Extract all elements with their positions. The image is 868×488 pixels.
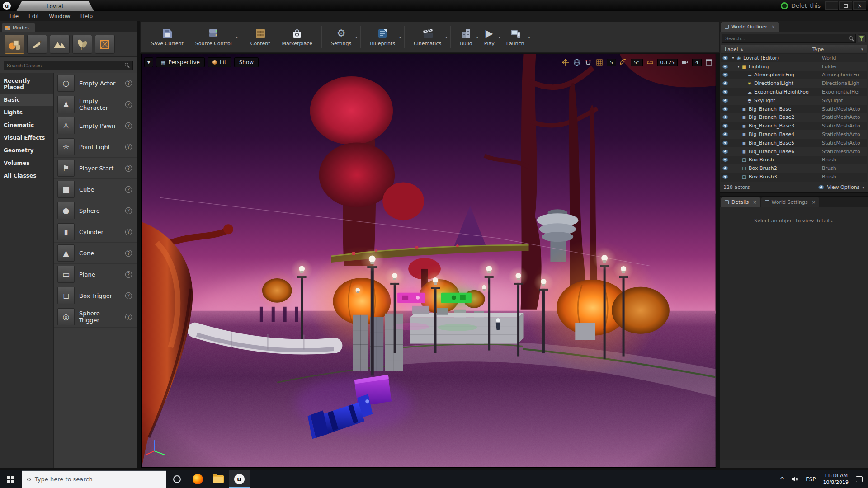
visibility-eye-icon[interactable]: [722, 73, 728, 77]
help-icon[interactable]: ?: [125, 80, 132, 87]
menu-window[interactable]: Window: [44, 12, 75, 21]
rotation-snap-icon[interactable]: [619, 58, 627, 66]
visibility-eye-icon[interactable]: [722, 115, 728, 119]
outliner-row[interactable]: ◼ Big_Branch_Base6 StaticMeshActo: [721, 147, 867, 156]
outliner-row[interactable]: ▾ ■ Lighting Folder: [721, 62, 867, 71]
outliner-row[interactable]: ◼ Big_Branch_Base4 StaticMeshActo: [721, 130, 867, 139]
visibility-eye-icon[interactable]: [722, 107, 728, 111]
visibility-eye-icon[interactable]: [722, 90, 728, 94]
close-button[interactable]: ×: [853, 1, 866, 10]
search-classes-input[interactable]: [4, 61, 133, 70]
grid-snap-icon[interactable]: [595, 58, 604, 66]
visibility-eye-icon[interactable]: [722, 150, 728, 154]
visibility-eye-icon[interactable]: [722, 65, 728, 69]
outliner-row[interactable]: ▾ ◉ Lovrat (Editor) World: [721, 54, 867, 62]
tray-chevron-icon[interactable]: ^: [776, 470, 788, 488]
scale-snap-icon[interactable]: [646, 58, 654, 66]
help-icon[interactable]: ?: [125, 207, 132, 214]
help-icon[interactable]: ?: [125, 165, 132, 172]
start-button[interactable]: [0, 470, 22, 488]
category-item[interactable]: Basic: [0, 94, 53, 106]
save-current-button[interactable]: Save Current: [145, 24, 189, 50]
viewport[interactable]: ▾ ▦ Perspective Lit Show 5: [141, 54, 716, 468]
placeable-item[interactable]: ◻ Box Trigger ?: [54, 285, 137, 306]
camera-speed-value[interactable]: 4: [692, 59, 702, 66]
placeable-item[interactable]: ♟ Empty Character ?: [54, 94, 137, 115]
chevron-down-icon[interactable]: ▾: [445, 35, 447, 39]
category-item[interactable]: Volumes: [0, 157, 53, 169]
category-item[interactable]: Recently Placed: [0, 75, 53, 94]
placeable-item[interactable]: ▭ Plane ?: [54, 264, 137, 285]
chevron-down-icon[interactable]: ▾: [399, 35, 401, 39]
outliner-row[interactable]: ☀ DirectionalLight DirectionalLigh: [721, 79, 867, 88]
transform-gizmo-icon[interactable]: [561, 58, 570, 66]
outliner-row[interactable]: □ Box Brush3 Brush: [721, 173, 867, 181]
outliner-row[interactable]: ☁ AtmosphericFog AtmosphericFo: [721, 71, 867, 80]
help-icon[interactable]: ?: [125, 122, 132, 129]
unreal-editor-task-button[interactable]: u: [229, 470, 250, 488]
outliner-row[interactable]: ◓ SkyLight SkyLight: [721, 96, 867, 105]
visibility-eye-icon[interactable]: [722, 56, 728, 60]
project-tab[interactable]: Lovrat: [16, 1, 94, 11]
view-options-button[interactable]: View Options ▾: [818, 184, 864, 190]
minimize-button[interactable]: —: [825, 1, 838, 10]
chevron-down-icon[interactable]: ▾: [236, 35, 238, 39]
outliner-row[interactable]: ☁ ExponentialHeightFog ExponentialHei: [721, 88, 867, 96]
placeable-item[interactable]: ■ Cube ?: [54, 179, 137, 200]
rotation-snap-value[interactable]: 5°: [631, 59, 643, 66]
filter-icon[interactable]: [858, 34, 866, 42]
help-icon[interactable]: ?: [125, 292, 132, 299]
outliner-row[interactable]: ◼ Big_Branch_Base3 StaticMeshActo: [721, 122, 867, 130]
visibility-eye-icon[interactable]: [722, 141, 728, 145]
placeable-item[interactable]: ⚑ Player Start ?: [54, 158, 137, 179]
outliner-row[interactable]: ◼ Big_Branch_Base2 StaticMeshActo: [721, 113, 867, 122]
viewport-options-button[interactable]: ▾: [144, 57, 153, 67]
placeable-item[interactable]: ○ Empty Actor ?: [54, 73, 137, 94]
world-settings-tab[interactable]: World Settings ×: [761, 197, 820, 207]
category-item[interactable]: All Classes: [0, 169, 53, 182]
settings-button[interactable]: ⚙ Settings ▾: [325, 24, 357, 50]
build-button[interactable]: Build ▾: [454, 24, 478, 50]
launch-button[interactable]: Launch ▾: [500, 24, 530, 50]
close-tab-icon[interactable]: ×: [753, 200, 756, 205]
help-icon[interactable]: ?: [125, 314, 132, 320]
place-mode-button[interactable]: [5, 35, 24, 54]
paint-mode-button[interactable]: [27, 35, 47, 54]
menu-help[interactable]: Help: [75, 12, 98, 21]
column-menu-icon[interactable]: ▾: [858, 47, 867, 52]
speaker-icon[interactable]: [788, 470, 802, 488]
category-item[interactable]: Geometry: [0, 144, 53, 157]
outliner-row[interactable]: □ Box Brush Brush: [721, 156, 867, 164]
firefox-button[interactable]: [187, 470, 208, 488]
camera-speed-icon[interactable]: [681, 58, 689, 66]
chevron-down-icon[interactable]: ▾: [355, 35, 357, 39]
help-icon[interactable]: ?: [125, 250, 132, 257]
help-icon[interactable]: ?: [125, 186, 132, 193]
world-outliner-tab[interactable]: World Outliner ×: [721, 22, 779, 32]
expander-arrow-icon[interactable]: ▾: [731, 56, 736, 60]
visibility-eye-icon[interactable]: [722, 124, 728, 128]
play-button[interactable]: ▶ Play ▾: [478, 24, 500, 50]
close-tab-icon[interactable]: ×: [812, 200, 816, 205]
source-control-button[interactable]: Source Control ▾: [189, 24, 238, 50]
visibility-eye-icon[interactable]: [722, 175, 728, 179]
geometry-mode-button[interactable]: [95, 35, 115, 54]
modes-tab[interactable]: Modes: [2, 23, 35, 32]
foliage-mode-button[interactable]: [72, 35, 92, 54]
outliner-row[interactable]: ◼ Big_Branch_Base5 StaticMeshActo: [721, 139, 867, 147]
maximize-viewport-icon[interactable]: [705, 58, 713, 66]
clock[interactable]: 11:18 AM 10/8/2019: [820, 470, 852, 488]
landscape-mode-button[interactable]: [50, 35, 70, 54]
content-button[interactable]: Content: [245, 24, 276, 50]
category-item[interactable]: Cinematic: [0, 119, 53, 131]
type-column-header[interactable]: Type: [812, 47, 858, 52]
visibility-eye-icon[interactable]: [722, 132, 728, 136]
blueprints-button[interactable]: Blueprints ▾: [364, 24, 401, 50]
help-icon[interactable]: ?: [125, 144, 132, 150]
menu-file[interactable]: File: [5, 12, 24, 21]
details-tab[interactable]: Details ×: [721, 197, 760, 207]
menu-edit[interactable]: Edit: [24, 12, 44, 21]
category-item[interactable]: Lights: [0, 106, 53, 119]
perspective-button[interactable]: ▦ Perspective: [156, 57, 205, 67]
outliner-search-input[interactable]: [722, 34, 856, 43]
